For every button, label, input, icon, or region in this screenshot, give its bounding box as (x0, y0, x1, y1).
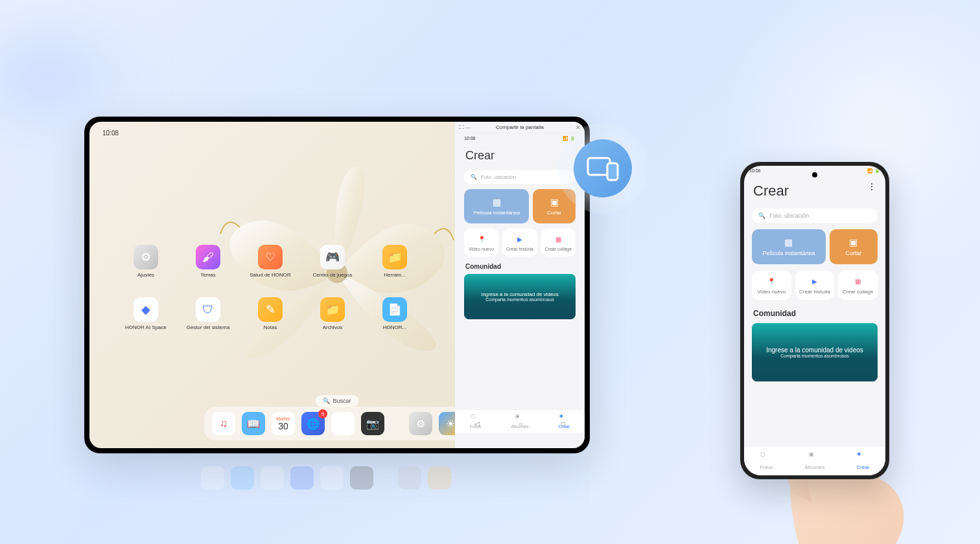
tablet-device: 10:08 📶 🔋 ⚙Ajustes🖌Temas♡Salud de HONOR🎮… (84, 117, 590, 453)
search-icon: 🔍 (323, 398, 330, 404)
mirror-titlebar: ⛶ — Compartir la pantalla ✕ (455, 122, 585, 133)
dock-app[interactable]: ✿ (331, 412, 355, 435)
app-icon: 🎮 (320, 245, 345, 269)
app-icon: 📁 (320, 297, 345, 322)
app-centro-de-juegos[interactable]: 🎮Centro de juegos (315, 245, 350, 278)
app-icon: ⚙ (134, 245, 158, 269)
dock-app[interactable]: ⚙ (409, 412, 432, 435)
tablet-screen: 10:08 📶 🔋 ⚙Ajustes🖌Temas♡Salud de HONOR🎮… (89, 122, 585, 448)
mirror-window-controls[interactable]: ⛶ — (459, 124, 471, 130)
phone-camera-notch (812, 172, 817, 177)
dock-app[interactable]: 📷 (361, 412, 384, 435)
app-icon: ✎ (258, 297, 283, 322)
dock-app[interactable]: 🌐5 (301, 412, 325, 435)
app-salud-de-honor[interactable]: ♡Salud de HONOR (253, 245, 288, 278)
app-icon: ◆ (134, 297, 158, 322)
screen-share-badge (557, 123, 648, 214)
app-honor-[interactable]: 📄HONOR... (377, 297, 412, 330)
dock-app[interactable]: 📖 (242, 412, 265, 435)
svg-rect-2 (607, 163, 618, 180)
community-heading: Comunidad (753, 309, 876, 318)
tablet-dock: ♫📖Martes30🌐5✿📷⚙☀ (204, 407, 470, 440)
home-icon[interactable]: ○ (519, 420, 522, 427)
app-label: Herram... (384, 272, 405, 278)
app-herram-[interactable]: 📁Herram... (377, 245, 412, 278)
app-icon: 🛡 (196, 297, 220, 322)
create-collage-button[interactable]: ▦Crear collage (541, 229, 576, 256)
app-label: Notas (264, 324, 277, 330)
app-archivos[interactable]: 📁Archivos (315, 297, 350, 330)
tablet-reflection (84, 453, 590, 531)
phone-screen: ⋮ 10:08📶 🔋Crear🔍Foto, ubicación▦Película… (744, 166, 885, 475)
app-label: HONOR... (383, 324, 406, 330)
app-icon: 🖌 (196, 245, 220, 269)
recent-icon[interactable]: □ (561, 420, 565, 427)
instant-movie-button[interactable]: ▦Película instantánea (752, 229, 826, 264)
screen-share-icon (585, 154, 620, 183)
app-label: Salud de HONOR (250, 272, 291, 278)
new-video-button[interactable]: 📍Video nuevo (464, 229, 498, 256)
app-icon: 📄 (382, 297, 407, 322)
app-label: Archivos (323, 324, 343, 330)
create-story-button[interactable]: ▶Crear historia (795, 271, 835, 300)
app-ajustes[interactable]: ⚙Ajustes (128, 245, 163, 278)
phone-device: ⋮ 10:08📶 🔋Crear🔍Foto, ubicación▦Película… (740, 162, 889, 479)
dock-app[interactable]: Martes30 (272, 412, 295, 435)
community-heading: Comunidad (465, 263, 574, 270)
cut-button[interactable]: ▣Cortar (830, 229, 878, 264)
dock-app[interactable]: ♫ (212, 412, 235, 435)
app-honor-ai-space[interactable]: ◆HONOR AI Space (128, 297, 163, 330)
tab-photos[interactable]: ▢Fotos (760, 451, 773, 470)
tablet-search[interactable]: 🔍 Buscar (315, 395, 358, 407)
app-temas[interactable]: 🖌Temas (191, 245, 226, 278)
tab-create[interactable]: ✚Crear (856, 451, 869, 470)
create-story-button[interactable]: ▶Crear historia (502, 229, 537, 256)
tablet-home-apps: ⚙Ajustes🖌Temas♡Salud de HONOR🎮Centro de … (128, 245, 412, 330)
page-title: Crear (744, 176, 885, 206)
back-icon[interactable]: ◁ (474, 420, 480, 427)
app-label: Gestor del sistema (187, 324, 230, 330)
dock-reflection (201, 466, 451, 490)
phone-status-bar: 10:08📶 🔋 (459, 133, 581, 144)
instant-movie-button[interactable]: ▦Película instantánea (464, 189, 529, 223)
app-label: Ajustes (137, 272, 154, 278)
app-notas[interactable]: ✎Notas (253, 297, 288, 330)
app-gestor-del-sistema[interactable]: 🛡Gestor del sistema (191, 297, 226, 330)
mirror-title: Compartir la pantalla (496, 124, 544, 130)
create-collage-button[interactable]: ▦Crear collage (838, 271, 878, 300)
more-icon[interactable]: ⋮ (867, 181, 876, 192)
tab-albums[interactable]: ▣Álbumes (804, 451, 824, 470)
bottom-tabs: ▢Fotos▣Álbumes✚Crear (744, 446, 885, 475)
app-label: Temas (200, 272, 216, 278)
app-label: HONOR AI Space (125, 324, 167, 330)
new-video-button[interactable]: 📍Video nuevo (752, 271, 791, 300)
search-input[interactable]: 🔍Foto, ubicación (752, 209, 878, 223)
app-icon: ♡ (258, 245, 283, 269)
community-banner[interactable]: Ingrese a la comunidad de videosComparta… (464, 274, 576, 319)
app-icon: 📁 (382, 245, 407, 269)
app-label: Centro de juegos (313, 272, 353, 278)
tablet-time: 10:08 (102, 130, 119, 137)
community-banner[interactable]: Ingrese a la comunidad de videosComparta… (752, 323, 878, 381)
